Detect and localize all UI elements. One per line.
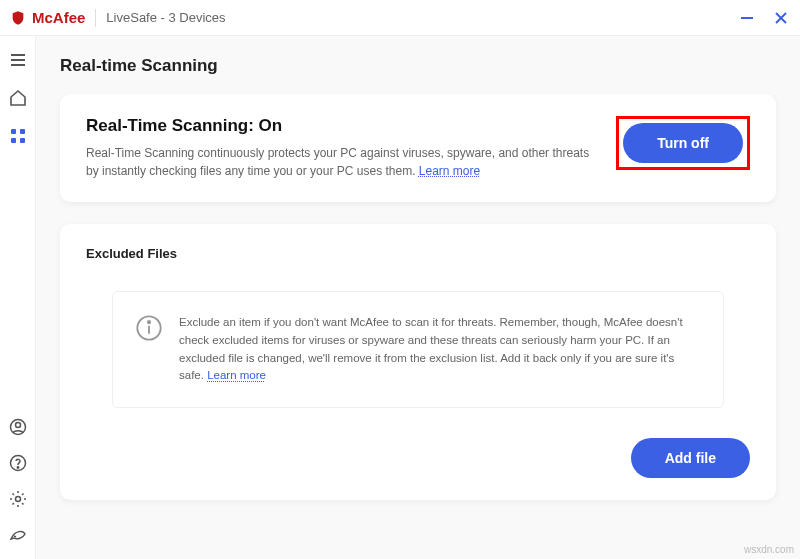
svg-point-11 bbox=[15, 423, 20, 428]
brand-logo: McAfee bbox=[10, 9, 85, 27]
svg-rect-9 bbox=[20, 138, 25, 143]
excluded-title: Excluded Files bbox=[86, 246, 750, 261]
minimize-button[interactable] bbox=[738, 9, 756, 27]
help-icon[interactable] bbox=[8, 453, 28, 473]
feedback-icon[interactable] bbox=[8, 525, 28, 545]
svg-point-17 bbox=[148, 321, 150, 323]
excluded-files-card: Excluded Files Exclude an item if you do… bbox=[60, 224, 776, 500]
menu-icon[interactable] bbox=[8, 50, 28, 70]
sidebar bbox=[0, 36, 36, 559]
watermark: wsxdn.com bbox=[744, 544, 794, 555]
mcafee-shield-icon bbox=[10, 9, 26, 27]
excluded-learn-more-link[interactable]: Learn more bbox=[207, 369, 266, 381]
svg-rect-6 bbox=[11, 129, 16, 134]
scan-card-desc: Real-Time Scanning continuously protects… bbox=[86, 144, 596, 180]
scan-card-title: Real-Time Scanning: On bbox=[86, 116, 596, 136]
svg-rect-8 bbox=[11, 138, 16, 143]
product-name: LiveSafe - 3 Devices bbox=[106, 10, 225, 25]
title-bar: McAfee LiveSafe - 3 Devices bbox=[0, 0, 800, 36]
learn-more-link[interactable]: Learn more bbox=[419, 164, 480, 178]
apps-grid-icon[interactable] bbox=[8, 126, 28, 146]
brand-name: McAfee bbox=[32, 9, 85, 26]
window-controls bbox=[738, 9, 790, 27]
scan-desc-text: Real-Time Scanning continuously protects… bbox=[86, 146, 589, 178]
brand-divider bbox=[95, 9, 96, 27]
main-content: Real-time Scanning Real-Time Scanning: O… bbox=[36, 36, 800, 559]
excluded-info-text: Exclude an item if you don't want McAfee… bbox=[179, 314, 701, 385]
turn-off-highlight: Turn off bbox=[616, 116, 750, 170]
home-icon[interactable] bbox=[8, 88, 28, 108]
close-button[interactable] bbox=[772, 9, 790, 27]
realtime-scan-card: Real-Time Scanning: On Real-Time Scannin… bbox=[60, 94, 776, 202]
svg-rect-7 bbox=[20, 129, 25, 134]
settings-icon[interactable] bbox=[8, 489, 28, 509]
svg-point-14 bbox=[15, 497, 20, 502]
turn-off-button[interactable]: Turn off bbox=[623, 123, 743, 163]
page-title: Real-time Scanning bbox=[60, 56, 776, 76]
info-icon bbox=[135, 314, 163, 342]
account-icon[interactable] bbox=[8, 417, 28, 437]
add-file-button[interactable]: Add file bbox=[631, 438, 750, 478]
excluded-info-panel: Exclude an item if you don't want McAfee… bbox=[112, 291, 724, 408]
svg-point-13 bbox=[17, 467, 18, 468]
